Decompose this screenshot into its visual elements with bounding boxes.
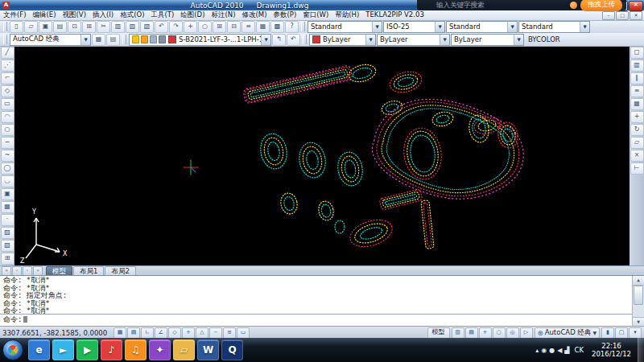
chevron-down-icon[interactable]: ▼: [440, 35, 449, 45]
chevron-down-icon[interactable]: ▼: [580, 22, 589, 32]
color-combo[interactable]: ByLayer ▼: [309, 34, 376, 46]
lwt-toggle[interactable]: ≡: [223, 327, 236, 339]
command-scrollbar[interactable]: ▲ ▼: [632, 276, 644, 327]
close-button[interactable]: ✕: [629, 1, 643, 11]
layer-previous-icon[interactable]: ↶: [287, 34, 300, 46]
linetype-combo[interactable]: ByLayer ▼: [377, 34, 450, 46]
browser-icon[interactable]: e: [28, 339, 50, 360]
command-window[interactable]: 命令: *取消*命令: *取消*命令: 指定对角点:命令: *取消*命令: *取…: [0, 275, 644, 327]
dim-style-combo[interactable]: ISO-25 ▼: [383, 21, 445, 33]
tray-safety-icon[interactable]: ◉: [541, 347, 547, 354]
polygon-icon[interactable]: ◇: [1, 85, 14, 97]
array-icon[interactable]: ▦: [630, 98, 644, 110]
layer-states-icon[interactable]: ▤: [106, 34, 120, 46]
steering-wheel-icon[interactable]: ◎: [506, 327, 519, 339]
insert-block-icon[interactable]: ▣: [1, 188, 14, 200]
gradient-icon[interactable]: ▧: [1, 240, 14, 252]
plot-icon[interactable]: ▤: [53, 21, 67, 33]
model-space-button[interactable]: 模型: [427, 327, 450, 339]
ortho-toggle[interactable]: ∟: [141, 327, 154, 339]
plot-preview-icon[interactable]: ⊡: [68, 21, 81, 33]
erase-icon[interactable]: ◻: [630, 47, 644, 59]
zoom-window-icon[interactable]: ⊞: [213, 21, 226, 33]
show-desktop-button[interactable]: [638, 338, 644, 362]
rotate-icon[interactable]: ↻: [630, 124, 644, 136]
pan-icon[interactable]: +: [184, 21, 197, 33]
tray-show-hidden-icon[interactable]: ▴: [535, 347, 539, 354]
circle-icon[interactable]: ○: [1, 124, 14, 136]
chevron-down-icon[interactable]: ▼: [80, 35, 90, 45]
scale-icon[interactable]: ▱: [630, 137, 644, 149]
construction-line-icon[interactable]: ⋰: [1, 60, 14, 72]
command-input-line[interactable]: 命令:: [0, 314, 633, 327]
search-input[interactable]: 输入关键字搜索: [417, 1, 570, 10]
osnap-toggle[interactable]: ◇: [168, 327, 181, 339]
make-object-layer-current-icon[interactable]: ↰: [272, 34, 286, 46]
doc-close-button[interactable]: ✕: [630, 11, 642, 20]
menu-item[interactable]: TEKLA2PIP V2.03: [362, 10, 427, 20]
quick-view-drawings-icon[interactable]: ▤: [465, 327, 478, 339]
polar-toggle[interactable]: ∠: [155, 327, 167, 339]
mirror-icon[interactable]: ∥: [630, 72, 644, 84]
toolbar-grip[interactable]: [3, 35, 7, 44]
qp-toggle[interactable]: ▭: [237, 327, 250, 339]
toolbar-grip[interactable]: [3, 22, 7, 31]
menu-item[interactable]: 工具(T): [147, 10, 177, 20]
menu-item[interactable]: 参数(P): [270, 10, 299, 20]
menu-item[interactable]: 格式(O): [117, 10, 147, 20]
grid-toggle[interactable]: ▤: [127, 327, 140, 339]
chevron-down-icon[interactable]: ▼: [372, 22, 382, 32]
clean-screen-icon[interactable]: ▢: [615, 327, 628, 339]
video-pinwheel-icon[interactable]: ✦: [149, 339, 171, 360]
taskbar-clock[interactable]: 22:16 2016/12/12: [588, 342, 634, 358]
hatch-icon[interactable]: ▨: [1, 227, 14, 239]
toolbar-grip[interactable]: [303, 35, 307, 44]
save-icon[interactable]: ▣: [39, 21, 52, 33]
paste-icon[interactable]: ▨: [126, 21, 139, 33]
chevron-down-icon[interactable]: ▼: [365, 35, 375, 45]
chevron-down-icon[interactable]: ▼: [261, 35, 270, 45]
menu-item[interactable]: 帮助(H): [332, 10, 362, 20]
drawing-canvas[interactable]: Y X Z: [14, 46, 630, 265]
chevron-down-icon[interactable]: ▼: [514, 35, 523, 45]
dyn-toggle[interactable]: ~: [209, 327, 222, 339]
open-icon[interactable]: ▱: [24, 21, 38, 33]
workspace-combo[interactable]: AutoCAD 经典 ▼: [10, 34, 91, 46]
designcenter-icon[interactable]: ▦: [256, 21, 270, 33]
word-icon[interactable]: W: [197, 339, 219, 360]
toolbar-lock-icon[interactable]: ▮: [601, 327, 614, 339]
doc-minimize-button[interactable]: –: [602, 11, 615, 20]
trim-icon[interactable]: ×: [630, 150, 644, 162]
music-red-icon[interactable]: ♪: [101, 339, 122, 360]
media-player-icon[interactable]: ►: [52, 339, 74, 360]
text-style-combo[interactable]: Standard ▼: [308, 21, 382, 33]
status-menu-arrow-icon[interactable]: ▾: [629, 327, 642, 339]
ellipse-arc-icon[interactable]: ◡: [1, 175, 14, 187]
start-button[interactable]: [2, 339, 23, 360]
chevron-down-icon[interactable]: ▼: [435, 22, 444, 32]
cut-icon[interactable]: ✂: [97, 21, 110, 33]
layer-properties-icon[interactable]: ▦: [92, 34, 105, 46]
properties-icon[interactable]: ≡: [242, 21, 255, 33]
undo-icon[interactable]: ↶: [155, 21, 168, 33]
language-indicator[interactable]: CK: [572, 346, 585, 354]
menu-item[interactable]: 编辑(E): [30, 10, 60, 20]
show-motion-icon[interactable]: ▷: [520, 327, 533, 339]
drag-upload-button[interactable]: 拖拽上传: [580, 0, 622, 11]
workspace-switcher[interactable]: ⊛ AutoCAD 经典 ▼: [535, 327, 600, 339]
table-style-combo[interactable]: Standard ▼: [446, 21, 518, 33]
tray-update-orange-icon[interactable]: ●: [549, 347, 555, 354]
point-icon[interactable]: ·: [1, 214, 14, 226]
polyline-icon[interactable]: ⌐: [1, 72, 14, 84]
offset-icon[interactable]: ≡: [630, 85, 644, 97]
ducs-toggle[interactable]: △: [196, 327, 208, 339]
zoom-icon[interactable]: ○: [493, 327, 506, 339]
ellipse-icon[interactable]: ◯: [1, 162, 14, 175]
revision-cloud-icon[interactable]: ∽: [1, 137, 14, 149]
scroll-up-icon[interactable]: ▲: [633, 276, 644, 286]
menu-item[interactable]: 视图(V): [60, 10, 89, 20]
toolbar-grip[interactable]: [122, 35, 126, 44]
iqiyi-icon[interactable]: ▶: [76, 339, 98, 360]
extend-icon[interactable]: ⊢: [630, 162, 644, 175]
spline-icon[interactable]: ~: [1, 150, 14, 162]
